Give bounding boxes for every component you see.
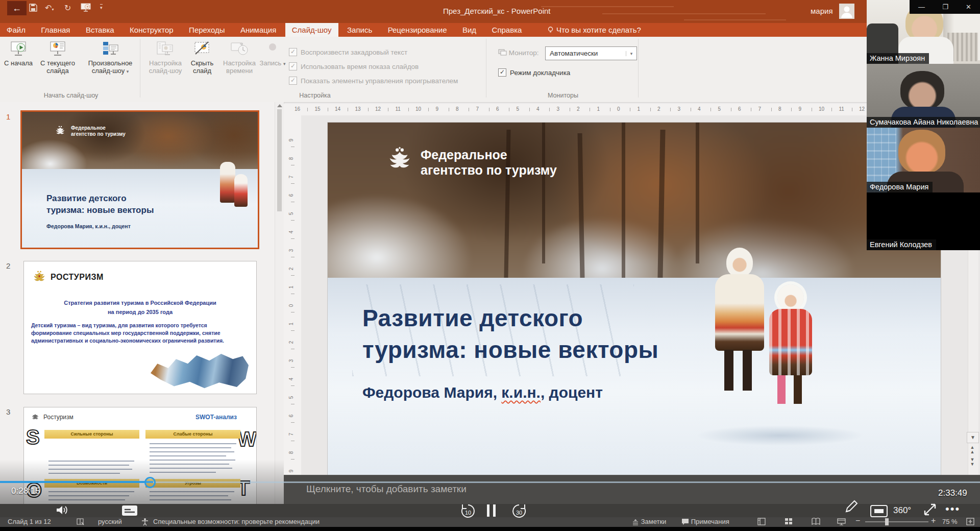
thumbnails-scrollbar[interactable] xyxy=(275,102,284,504)
participant-name-label: Сумачакова Айана Николаевна xyxy=(867,117,980,128)
slide-thumbnail-3[interactable]: Ростуризм SWOT-анализ S W Сильные сторон… xyxy=(23,407,257,504)
quality-button[interactable] xyxy=(870,504,888,520)
slide-sorter-view-button[interactable] xyxy=(785,518,793,525)
tab-help[interactable]: Справка xyxy=(485,23,529,37)
save-icon[interactable] xyxy=(29,3,38,14)
hide-slide-button[interactable]: Скрыть слайд xyxy=(186,40,218,75)
ruler-tick xyxy=(731,108,731,111)
slide-thumbnail-1[interactable]: Федеральное агентство по туризму Развити… xyxy=(20,110,259,249)
notes-toggle[interactable]: Заметки xyxy=(632,518,666,525)
close-button[interactable]: ✕ xyxy=(966,3,971,11)
ruler-number: 7 xyxy=(758,106,762,112)
zoom-slider-track[interactable] xyxy=(865,521,928,522)
back-button[interactable]: ← xyxy=(7,1,27,15)
tab-design[interactable]: Конструктор xyxy=(123,23,180,37)
checkbox-play-narration[interactable]: ✓ Воспроизвести закадровый текст xyxy=(289,48,407,56)
from-current-label: С текущего слайда xyxy=(40,59,75,75)
seekbar-played[interactable] xyxy=(0,481,153,483)
slide-subtitle[interactable]: Федорова Мария, к.и.н., доцент xyxy=(362,384,603,401)
slideshow-view-button[interactable] xyxy=(837,518,846,525)
forward-30-button[interactable]: 30 xyxy=(510,502,528,522)
normal-view-button[interactable] xyxy=(757,518,766,525)
seekbar-remaining[interactable] xyxy=(153,481,980,483)
notes-placeholder[interactable]: Щелкните, чтобы добавить заметки xyxy=(306,484,467,495)
quality-360-button[interactable]: 360° xyxy=(893,505,911,516)
avatar[interactable] xyxy=(839,4,854,19)
tab-transitions[interactable]: Переходы xyxy=(182,23,231,37)
account-name[interactable]: мария xyxy=(811,7,833,15)
rewind-10-button[interactable]: 10 xyxy=(459,502,477,522)
setup-slideshow-button[interactable]: Настройка слайд-шоу xyxy=(146,40,185,75)
rehearse-icon xyxy=(230,41,249,57)
previous-slide-button[interactable]: ▲▲ xyxy=(969,445,976,454)
thumb3-heading: SWOT-анализ xyxy=(195,414,237,421)
restore-button[interactable]: ❐ xyxy=(942,3,948,11)
mini-text-line xyxy=(48,495,129,496)
participant-video-2[interactable]: Сумачакова Айана Николаевна xyxy=(867,64,980,128)
from-current-slide-button[interactable]: С текущего слайда xyxy=(34,40,82,75)
accessibility-icon[interactable] xyxy=(141,518,149,526)
minimize-button[interactable]: — xyxy=(918,3,925,11)
ruler-tick xyxy=(509,108,509,111)
mini-text-line xyxy=(150,447,231,448)
tab-file[interactable]: Файл xyxy=(0,23,32,37)
checkbox-show-media-controls[interactable]: ✓ Показать элементы управления проигрыва… xyxy=(289,77,458,85)
ruler-number: 3 xyxy=(557,106,560,112)
scrollbar-thumb[interactable] xyxy=(277,109,282,211)
thumb2-eagle-icon xyxy=(31,269,47,285)
mini-text-line xyxy=(48,473,120,474)
current-slide[interactable]: Федеральное агентство по туризму Развити… xyxy=(328,123,941,475)
undo-icon[interactable]: ↶▾ xyxy=(45,3,54,13)
slide-title[interactable]: Развитие детского туризма: новые векторы xyxy=(362,302,658,366)
checkbox-use-timings[interactable]: ✓ Использовать время показа слайдов xyxy=(289,62,419,70)
accessibility-status[interactable]: Специальные возможности: проверьте реком… xyxy=(153,518,320,525)
mini-text-line xyxy=(48,499,125,500)
more-options-button[interactable]: ••• xyxy=(945,502,960,516)
ruler-tick xyxy=(291,257,295,257)
qat-customize-icon[interactable]: ▾ xyxy=(100,4,103,10)
tab-view[interactable]: Вид xyxy=(456,23,483,37)
zoom-out-button[interactable]: − xyxy=(855,516,860,525)
fit-slide-button[interactable] xyxy=(966,518,974,525)
start-slideshow-icon[interactable] xyxy=(81,3,91,14)
play-current-icon xyxy=(49,41,66,57)
ruler-tick xyxy=(291,385,295,386)
tab-record[interactable]: Запись xyxy=(340,23,379,37)
pause-button[interactable] xyxy=(486,503,497,520)
tell-me[interactable]: Что вы хотите сделать? xyxy=(540,23,648,37)
reading-view-button[interactable] xyxy=(812,518,820,525)
checkbox-presenter-view[interactable]: ✓ Режим докладчика xyxy=(498,68,570,77)
ruler-tick xyxy=(368,108,369,111)
spellcheck-icon[interactable] xyxy=(77,518,85,525)
participant-video-3[interactable]: Федорова Мария xyxy=(867,128,980,192)
notes-pane[interactable]: Щелкните, чтобы добавить заметки xyxy=(284,475,980,504)
tab-review[interactable]: Рецензирование xyxy=(381,23,454,37)
tab-slideshow[interactable]: Слайд-шоу xyxy=(285,23,338,37)
record-button[interactable]: Запись ▾ xyxy=(259,40,286,68)
zoom-level[interactable]: 75 % xyxy=(942,518,958,525)
group-divider xyxy=(486,39,486,98)
language-indicator[interactable]: русский xyxy=(98,518,122,525)
fullscreen-button[interactable] xyxy=(922,501,938,520)
slide-thumbnail-2[interactable]: РОСТУРИЗМ Стратегия развития туризма в Р… xyxy=(23,261,257,394)
tab-animations[interactable]: Анимация xyxy=(234,23,283,37)
scroll-up-icon[interactable] xyxy=(277,104,282,107)
next-slide-button[interactable]: ▼▼ xyxy=(969,457,976,467)
redo-icon[interactable]: ↻ xyxy=(64,3,71,13)
participant-video-4[interactable]: Евгений Колодзев xyxy=(867,192,980,250)
tab-insert[interactable]: Вставка xyxy=(79,23,121,37)
scroll-down-button[interactable]: ▼ xyxy=(967,432,979,443)
rehearse-timings-button[interactable]: Настройка времени xyxy=(220,40,258,75)
from-start-button[interactable]: С начала xyxy=(4,40,33,67)
captions-button[interactable] xyxy=(121,504,138,519)
vertical-ruler: 9876543210123456789 xyxy=(284,115,301,475)
monitor-select[interactable]: Автоматически ▾ xyxy=(545,46,637,60)
ruler-tick xyxy=(348,108,348,111)
custom-slideshow-button[interactable]: Произвольное слайд-шоу ▾ xyxy=(84,40,137,76)
tab-home[interactable]: Главная xyxy=(34,23,77,37)
monitor-value: Автоматически xyxy=(546,50,626,57)
annotate-pencil-button[interactable] xyxy=(843,498,860,517)
volume-button[interactable] xyxy=(55,503,69,519)
comments-toggle[interactable]: Примечания xyxy=(681,518,729,525)
seekbar-handle[interactable] xyxy=(144,477,156,488)
